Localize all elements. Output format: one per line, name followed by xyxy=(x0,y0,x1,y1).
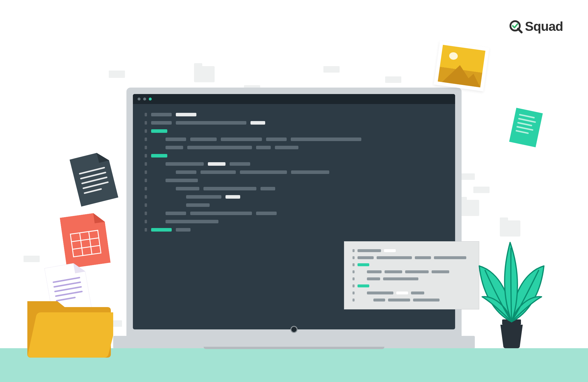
code-line xyxy=(145,121,440,125)
brand-name: Squad xyxy=(525,19,563,34)
code-line xyxy=(145,138,440,141)
code-line xyxy=(145,228,440,232)
code-line xyxy=(145,129,440,133)
code-token xyxy=(190,138,217,141)
bg-rect xyxy=(473,187,490,193)
bg-rect xyxy=(109,71,125,78)
code-token xyxy=(358,256,374,259)
code-token xyxy=(377,256,412,259)
potted-plant-icon xyxy=(473,225,550,348)
laptop-base xyxy=(113,336,475,348)
line-gutter-icon xyxy=(145,212,147,215)
code-token xyxy=(225,195,240,199)
code-token xyxy=(176,170,196,174)
line-gutter-icon xyxy=(145,179,147,182)
bg-rect xyxy=(24,256,40,262)
code-token xyxy=(176,113,196,116)
code-token xyxy=(358,284,369,287)
line-gutter-icon xyxy=(145,146,147,149)
line-gutter-icon xyxy=(353,277,355,280)
code-line xyxy=(353,277,471,280)
code-token xyxy=(275,146,298,149)
code-line xyxy=(145,113,440,116)
code-token xyxy=(260,187,275,190)
line-gutter-icon xyxy=(145,138,147,141)
line-gutter-icon xyxy=(353,270,355,273)
line-gutter-icon xyxy=(145,113,147,116)
code-token xyxy=(411,291,424,294)
code-popup-window xyxy=(344,241,479,309)
code-token xyxy=(190,212,252,215)
line-gutter-icon xyxy=(145,195,147,199)
spreadsheet-file-icon xyxy=(60,212,111,270)
line-gutter-icon xyxy=(353,263,355,266)
code-line xyxy=(145,212,440,215)
editor-titlebar xyxy=(133,94,455,104)
code-token xyxy=(432,270,449,273)
line-gutter-icon xyxy=(353,299,355,301)
line-gutter-icon xyxy=(145,129,147,133)
code-token xyxy=(358,249,381,252)
code-token xyxy=(385,270,402,273)
code-line xyxy=(353,270,471,273)
code-line xyxy=(145,220,440,223)
code-token xyxy=(166,138,186,141)
code-token xyxy=(373,299,385,301)
code-line xyxy=(145,170,440,174)
window-dot-icon xyxy=(138,98,141,100)
code-token xyxy=(151,129,167,133)
line-gutter-icon xyxy=(145,228,147,232)
logo-mark-icon xyxy=(509,19,523,33)
code-line xyxy=(353,291,471,294)
code-token xyxy=(166,146,183,149)
image-file-icon xyxy=(434,41,489,91)
line-gutter-icon xyxy=(145,162,147,166)
camera-icon xyxy=(290,326,298,333)
line-gutter-icon xyxy=(145,220,147,223)
code-line xyxy=(353,299,471,301)
code-token xyxy=(221,138,262,141)
line-gutter-icon xyxy=(145,121,147,125)
code-token xyxy=(388,299,410,301)
code-token xyxy=(151,154,167,158)
code-token xyxy=(415,256,431,259)
bg-rect xyxy=(323,66,340,73)
open-folder-icon xyxy=(25,289,113,357)
code-token xyxy=(256,146,271,149)
laptop-screen xyxy=(126,88,462,336)
code-line xyxy=(145,203,440,207)
code-token xyxy=(151,113,172,116)
text-document-icon xyxy=(509,108,543,148)
line-gutter-icon xyxy=(353,291,355,294)
code-line xyxy=(145,146,440,149)
code-token xyxy=(384,249,396,252)
code-token xyxy=(176,121,246,125)
code-token xyxy=(176,187,199,190)
code-line xyxy=(145,187,440,190)
code-token xyxy=(186,195,221,199)
text-document-icon xyxy=(69,150,118,208)
code-token xyxy=(187,146,252,149)
code-token xyxy=(291,170,329,174)
code-token xyxy=(203,187,256,190)
line-gutter-icon xyxy=(145,170,147,174)
code-line xyxy=(353,284,471,287)
code-token xyxy=(434,256,466,259)
code-line xyxy=(145,179,440,182)
code-token xyxy=(367,291,393,294)
line-gutter-icon xyxy=(353,284,355,287)
code-token xyxy=(240,170,287,174)
code-line xyxy=(353,249,471,252)
code-token xyxy=(186,203,210,207)
code-token xyxy=(151,121,172,125)
window-dot-icon xyxy=(143,98,146,100)
code-token xyxy=(383,277,418,280)
brand-logo: Squad xyxy=(509,19,563,34)
code-line xyxy=(145,162,440,166)
svg-marker-2 xyxy=(442,63,483,87)
code-token xyxy=(250,121,265,125)
code-token xyxy=(208,162,225,166)
code-token xyxy=(166,220,218,223)
code-token xyxy=(230,162,250,166)
code-line xyxy=(353,256,471,259)
